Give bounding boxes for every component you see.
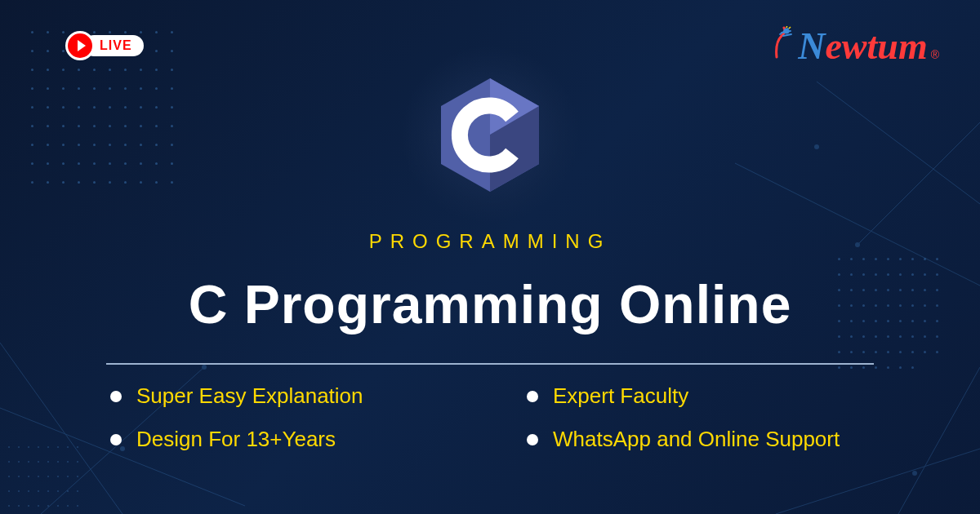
brand-name: Newtum bbox=[798, 24, 927, 68]
divider-line bbox=[106, 363, 874, 365]
main-title: C Programming Online bbox=[189, 273, 792, 335]
trademark-symbol: ® bbox=[931, 48, 939, 61]
feature-text: WhatsApp and Online Support bbox=[553, 427, 840, 452]
svg-line-4 bbox=[817, 82, 980, 204]
brand-logo: Newtum ® bbox=[770, 24, 939, 68]
feature-item: Super Easy Explanation bbox=[110, 383, 478, 409]
bullet-icon bbox=[527, 434, 538, 445]
svg-point-12 bbox=[912, 471, 917, 476]
bullet-icon bbox=[527, 391, 538, 402]
decorative-dots-bottom-left bbox=[4, 441, 86, 506]
feature-item: Expert Faculty bbox=[527, 383, 894, 409]
feature-item: Design For 13+Years bbox=[110, 427, 478, 452]
language-logo-container bbox=[400, 45, 580, 224]
svg-line-6 bbox=[776, 449, 980, 514]
svg-point-8 bbox=[202, 365, 207, 370]
features-grid: Super Easy Explanation Expert Faculty De… bbox=[110, 383, 894, 452]
feature-item: WhatsApp and Online Support bbox=[527, 427, 894, 452]
c-language-icon bbox=[437, 76, 543, 194]
bullet-icon bbox=[110, 434, 122, 445]
feature-text: Expert Faculty bbox=[553, 383, 688, 409]
subtitle: PROGRAMMING bbox=[369, 230, 612, 253]
play-icon bbox=[65, 31, 95, 60]
bullet-icon bbox=[110, 391, 122, 402]
feature-text: Super Easy Explanation bbox=[136, 383, 363, 409]
svg-point-10 bbox=[855, 242, 860, 247]
svg-line-5 bbox=[858, 122, 980, 245]
feature-text: Design For 13+Years bbox=[136, 427, 336, 452]
svg-line-7 bbox=[898, 367, 980, 514]
live-badge: LIVE bbox=[65, 31, 144, 60]
decorative-dots-right bbox=[833, 253, 947, 367]
svg-point-11 bbox=[814, 144, 819, 149]
brand-icon bbox=[770, 26, 798, 62]
